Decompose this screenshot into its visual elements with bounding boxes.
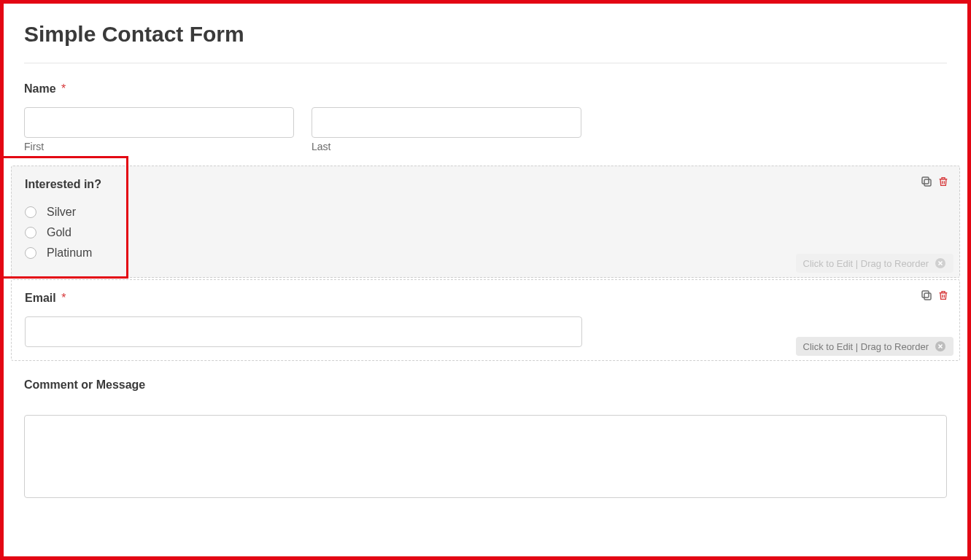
form-title: Simple Contact Form	[24, 22, 947, 47]
edit-hint-text: Click to Edit | Drag to Reorder	[803, 258, 929, 269]
name-label: Name *	[24, 82, 947, 96]
last-name-sublabel: Last	[312, 141, 581, 152]
email-input-wrap	[25, 316, 582, 347]
duplicate-icon[interactable]	[920, 175, 933, 188]
edit-hint-text: Click to Edit | Drag to Reorder	[803, 341, 929, 352]
radio-label-gold: Gold	[47, 226, 71, 239]
svg-rect-1	[922, 177, 929, 184]
email-label: Email *	[25, 292, 946, 305]
interested-field-block[interactable]: Interested in? Silver Gold Platinum Clic…	[11, 166, 960, 278]
radio-label-silver: Silver	[47, 206, 76, 219]
email-field-block[interactable]: Email * Click to Edit | Drag to Reorder	[11, 279, 960, 361]
duplicate-icon[interactable]	[920, 289, 933, 302]
name-field: Name * First Last	[24, 82, 947, 152]
edit-hint-faded: Click to Edit | Drag to Reorder	[796, 254, 953, 273]
interested-label: Interested in?	[25, 178, 946, 191]
delete-icon[interactable]	[937, 289, 949, 302]
svg-rect-3	[924, 293, 931, 300]
form-builder-frame: Simple Contact Form Name * First Last	[0, 0, 971, 560]
last-name-input[interactable]	[312, 107, 581, 138]
first-name-sublabel: First	[24, 141, 294, 152]
email-label-text: Email	[25, 292, 56, 304]
name-label-text: Name	[24, 82, 56, 95]
required-asterisk: *	[61, 82, 66, 95]
required-asterisk: *	[61, 292, 66, 304]
svg-rect-0	[924, 179, 931, 186]
radio-button[interactable]	[25, 227, 36, 238]
field-actions	[920, 289, 949, 302]
svg-rect-4	[922, 291, 929, 298]
first-name-input[interactable]	[24, 107, 294, 138]
first-name-col: First	[24, 107, 294, 152]
dismiss-icon[interactable]	[935, 257, 946, 269]
last-name-col: Last	[312, 107, 581, 152]
title-divider	[24, 63, 947, 63]
field-actions	[920, 175, 949, 188]
radio-label-platinum: Platinum	[47, 246, 92, 260]
radio-item[interactable]: Silver	[25, 203, 946, 222]
email-input[interactable]	[25, 316, 582, 347]
comment-textarea[interactable]	[24, 415, 947, 498]
dismiss-icon[interactable]	[935, 341, 946, 352]
name-input-row: First Last	[24, 107, 947, 152]
radio-button[interactable]	[25, 206, 36, 218]
radio-button[interactable]	[25, 247, 36, 259]
radio-item[interactable]: Gold	[25, 223, 946, 242]
edit-hint: Click to Edit | Drag to Reorder	[796, 337, 953, 356]
comment-label: Comment or Message	[24, 378, 947, 392]
delete-icon[interactable]	[937, 175, 949, 188]
comment-field: Comment or Message	[24, 378, 947, 501]
